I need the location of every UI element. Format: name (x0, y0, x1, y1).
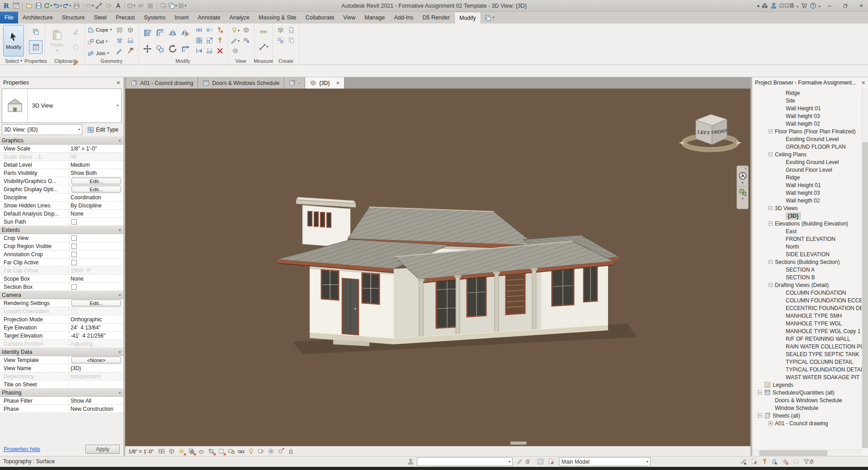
account-icon[interactable] (770, 2, 777, 9)
collapse-icon[interactable]: « (117, 228, 122, 231)
collapse-icon[interactable]: « (117, 391, 122, 394)
select-links-toggle[interactable] (741, 458, 747, 465)
property-edit-button[interactable]: Edit... (71, 186, 121, 193)
tree-item[interactable]: Site (752, 97, 862, 104)
cope-tool[interactable]: Cope▾ (87, 25, 112, 35)
tree-item[interactable]: Wall heigth 02 (752, 197, 862, 204)
tree-item[interactable]: MANHOLE TYPE WGL (752, 320, 862, 327)
ribbon-panel-label-properties[interactable]: Properties (27, 58, 45, 64)
close-hidden-windows-button[interactable] (159, 1, 168, 11)
reveal-hidden-button[interactable]: ▾ (231, 27, 240, 33)
temporary-view-properties-button[interactable] (257, 447, 265, 456)
checkbox[interactable] (71, 309, 77, 314)
property-value[interactable]: Orthographic (69, 315, 123, 323)
property-section-header[interactable]: Extents« (0, 226, 123, 234)
tree-item[interactable]: East (752, 227, 862, 235)
show-rendering-dialog-button[interactable] (197, 447, 205, 456)
property-value[interactable]: New Construction (69, 405, 123, 413)
zoom-region-icon[interactable] (739, 188, 747, 196)
property-value[interactable]: By Discipline (69, 202, 123, 209)
close-button[interactable]: × (854, 0, 868, 11)
reveal-constraints-button[interactable] (287, 447, 295, 456)
app-store-icon[interactable] (801, 2, 807, 9)
tab-add-ins[interactable]: Add-Ins (389, 12, 418, 24)
tree-item[interactable]: Wall Height 01 (752, 104, 862, 112)
collapse-icon[interactable] (758, 390, 762, 395)
sun-path-button[interactable]: × (177, 447, 185, 456)
document-tab[interactable]: - (284, 77, 305, 89)
create-group-button[interactable] (277, 37, 284, 44)
property-value[interactable]: Coordination (69, 193, 123, 201)
switch-windows-button[interactable]: ▾ (168, 1, 177, 11)
mirror-pick-axis-button[interactable] (168, 28, 177, 38)
property-value[interactable]: Edit... (69, 185, 123, 193)
open-button[interactable] (24, 1, 33, 11)
navigation-bar[interactable]: × ▾ ▾ (736, 165, 749, 209)
tree-item[interactable]: SEALED TYPE SEPTIC TANK (752, 350, 862, 358)
delete-button[interactable] (217, 47, 223, 54)
tree-item[interactable]: WAST WATER SOAKAGE PIT (752, 373, 862, 381)
copy-to-clipboard-button[interactable] (69, 40, 82, 54)
select-elements-by-face-toggle[interactable] (772, 458, 778, 465)
crop-region-button[interactable]: × (217, 447, 225, 456)
property-value[interactable]: 1/8" = 1'-0" (69, 145, 123, 152)
collapse-icon[interactable] (769, 206, 773, 210)
tab-file[interactable]: File (0, 12, 18, 24)
tab-massing-site[interactable]: Massing & Site (254, 12, 301, 24)
trim-extend-multiple-button[interactable] (206, 47, 213, 54)
tree-item[interactable]: Wall height 03 (752, 189, 862, 197)
tree-item[interactable]: Legends (752, 381, 862, 389)
type-properties-button[interactable] (29, 25, 42, 38)
tree-item[interactable]: A01 - Council drawing (752, 419, 862, 427)
tree-item[interactable]: Ground Floor Level (752, 166, 862, 174)
tab-view[interactable]: View (339, 12, 360, 24)
tree-item[interactable]: Wall heigth 02 (752, 120, 862, 127)
tree-item[interactable]: Elevations (Building Elevation) (752, 220, 862, 227)
tree-item[interactable]: Doors & Windows Schedule (752, 396, 862, 404)
default-3d-view-button[interactable]: ▾ (127, 1, 136, 11)
tab-insert[interactable]: Insert (170, 12, 193, 24)
ribbon-display-toggle[interactable]: ▾ (481, 12, 498, 24)
property-value[interactable]: Show All (69, 397, 123, 404)
document-tab[interactable]: A01 - Council drawing (126, 77, 198, 89)
tree-item[interactable]: MANHOLE TYPE SMH (752, 312, 862, 320)
edit-type-button[interactable]: Edit Type (84, 124, 122, 135)
property-value[interactable]: Edit... (69, 299, 123, 307)
tree-item[interactable]: R/F OF RETAINING WALL (752, 335, 862, 343)
property-value[interactable]: Medium (69, 161, 123, 169)
property-value[interactable]: 24' 4 13/64" (69, 324, 123, 331)
properties-help-link[interactable]: Properties help (4, 446, 40, 452)
measure-between-refs-button[interactable] (257, 25, 270, 38)
offset-button[interactable] (156, 28, 165, 38)
move-button[interactable] (143, 44, 152, 53)
property-section-header[interactable]: Graphics« (0, 136, 123, 145)
property-section-header[interactable]: Phasing« (0, 389, 123, 397)
property-value[interactable]: {3D} (69, 364, 123, 372)
tree-item[interactable]: SECTION A (752, 266, 862, 273)
tree-item[interactable]: Wall Height 01 (752, 181, 862, 189)
close-icon[interactable]: × (336, 80, 340, 86)
array-button[interactable] (196, 37, 203, 44)
tree-item[interactable]: Ceiling Plans (752, 150, 862, 158)
geometry-demolish-button[interactable] (127, 47, 134, 54)
link-icon[interactable] (548, 457, 555, 466)
crop-view-button[interactable]: × (207, 447, 215, 456)
properties-palette-toggle[interactable] (29, 40, 42, 54)
mirror-draw-axis-button[interactable] (181, 28, 190, 38)
chevron-down-icon[interactable]: ▾ (117, 104, 121, 108)
align-button[interactable] (143, 28, 152, 38)
collapse-icon[interactable] (769, 152, 773, 156)
tab-d5-render[interactable]: D5 Render (418, 12, 454, 24)
property-value[interactable] (69, 283, 123, 291)
tree-item[interactable]: TYPICAL FOUNDATION DETAIL (752, 366, 862, 373)
close-icon[interactable]: × (117, 79, 120, 86)
vertical-scrollbar[interactable] (862, 89, 868, 450)
tree-item[interactable]: Exsiting Ground Level (752, 135, 862, 143)
text-button[interactable] (113, 1, 123, 11)
aligned-dimension-button[interactable]: ▾ (257, 40, 270, 54)
checkbox[interactable] (71, 260, 77, 265)
property-edit-button[interactable]: Edit... (71, 178, 121, 184)
tab-systems[interactable]: Systems (139, 12, 170, 24)
scale-button[interactable] (206, 37, 213, 44)
ribbon-panel-label-geometry[interactable]: Geometry (85, 58, 138, 64)
